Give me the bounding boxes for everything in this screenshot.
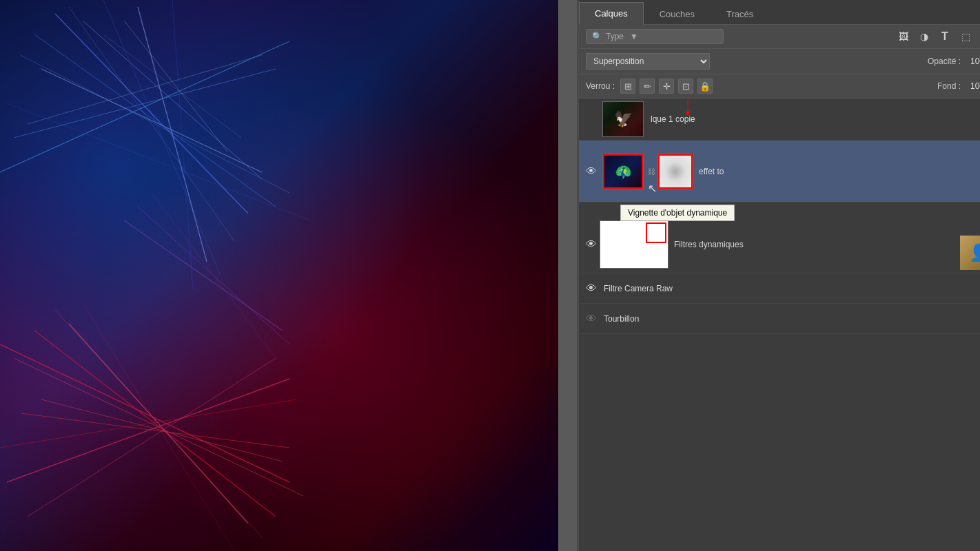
layer-name-tourbillon: Tourbillon bbox=[604, 314, 639, 324]
opacity-value[interactable]: 100 % bbox=[966, 56, 980, 66]
layer-item-tourbillon[interactable]: 👁 Tourbillon bbox=[579, 304, 980, 334]
layer-thumb-fd bbox=[600, 220, 668, 269]
svg-line-2 bbox=[41, 69, 262, 172]
canvas-image bbox=[0, 0, 558, 551]
layer-item-fd[interactable]: 👁 Filtres dynamiques bbox=[579, 216, 980, 273]
lock-icons-group: ⊞ ✏ ✛ ⊡ 🔒 bbox=[620, 79, 713, 94]
lock-pixels-icon[interactable]: ⊞ bbox=[620, 79, 635, 94]
shape-filter-icon[interactable]: ⬚ bbox=[958, 29, 973, 44]
lock-label: Verrou : bbox=[586, 81, 615, 91]
eye-icon-smart[interactable]: 👁 bbox=[583, 163, 600, 180]
svg-line-8 bbox=[138, 7, 207, 262]
svg-line-19 bbox=[69, 324, 248, 523]
layer-item-smart[interactable]: 👁 ⛓ effet to Vignette d'objet bbox=[579, 141, 980, 202]
chevron-down-icon: ▼ bbox=[630, 32, 638, 41]
adjustment-filter-icon[interactable]: ◑ bbox=[917, 29, 932, 44]
lock-artboard-icon[interactable]: ⊡ bbox=[678, 79, 693, 94]
tab-couches[interactable]: Couches bbox=[644, 3, 711, 25]
filter-toolbar: 🔍 Type ▼ 🖼 ◑ T ⬚ 📷 bbox=[579, 25, 980, 49]
layers-panel: Calques Couches Tracés 🔍 Type ▼ 🖼 ◑ T ⬚ … bbox=[579, 0, 980, 551]
eye-icon-fcr[interactable]: 👁 bbox=[583, 280, 600, 297]
svg-line-15 bbox=[0, 344, 289, 482]
neon-lines bbox=[0, 0, 558, 551]
webcam-preview bbox=[960, 236, 980, 270]
tabs-bar: Calques Couches Tracés bbox=[579, 0, 980, 25]
tooltip-spacer bbox=[579, 202, 980, 216]
svg-line-28 bbox=[124, 220, 283, 331]
lock-image-icon[interactable]: ✏ bbox=[640, 79, 655, 94]
filter-icons: 🖼 ◑ T ⬚ 📷 bbox=[896, 29, 980, 44]
svg-line-24 bbox=[7, 379, 289, 482]
svg-line-12 bbox=[0, 41, 289, 172]
layer-name-fcr: Filtre Camera Raw bbox=[604, 284, 673, 293]
svg-line-13 bbox=[103, 34, 241, 138]
tab-calques[interactable]: Calques bbox=[579, 2, 644, 25]
chain-icon: ⛓ bbox=[648, 167, 655, 176]
canvas-area bbox=[0, 0, 558, 551]
svg-line-5 bbox=[69, 7, 234, 241]
layer-name-fd: Filtres dynamiques bbox=[674, 240, 980, 249]
tab-traces[interactable]: Tracés bbox=[711, 3, 769, 25]
svg-line-27 bbox=[152, 193, 276, 358]
canvas-scrollbar[interactable] bbox=[558, 0, 579, 551]
layer-thumb-blue-bird bbox=[602, 154, 644, 189]
blend-row: Superposition ▼ Opacité : 100 % bbox=[579, 49, 980, 74]
layer-thumb-bird bbox=[602, 101, 644, 137]
layer-name-smart: effet to bbox=[699, 167, 980, 176]
blend-mode-select[interactable]: Superposition bbox=[586, 53, 710, 70]
layer-name-copy: lque 1 copie bbox=[651, 114, 980, 124]
svg-line-23 bbox=[0, 399, 296, 448]
layer-mask-thumb bbox=[657, 154, 693, 189]
lock-position-icon[interactable]: ✛ bbox=[659, 79, 674, 94]
image-filter-icon[interactable]: 🖼 bbox=[896, 29, 911, 44]
eye-icon-tourbillon[interactable]: 👁 bbox=[583, 311, 600, 327]
fond-label: Fond : bbox=[937, 81, 961, 91]
layer-item-fcr[interactable]: 👁 Filtre Camera Raw bbox=[579, 273, 980, 304]
eye-icon-fd[interactable]: 👁 bbox=[583, 236, 600, 253]
search-box[interactable]: 🔍 Type ▼ bbox=[586, 29, 724, 44]
lock-all-icon[interactable]: 🔒 bbox=[697, 79, 713, 94]
search-type-label: Type bbox=[606, 32, 624, 41]
search-icon: 🔍 bbox=[592, 32, 602, 41]
layers-list: lque 1 copie 👁 ⛓ effet to bbox=[579, 98, 980, 551]
opacity-label: Opacité : bbox=[928, 56, 961, 66]
svg-line-10 bbox=[14, 69, 276, 138]
svg-line-7 bbox=[103, 0, 221, 276]
lock-row: Verrou : ⊞ ✏ ✛ ⊡ 🔒 Fond : 100 % bbox=[579, 74, 980, 98]
text-filter-icon[interactable]: T bbox=[937, 29, 952, 44]
layer-item-copy[interactable]: lque 1 copie bbox=[579, 98, 980, 141]
fond-value[interactable]: 100 % bbox=[966, 81, 980, 91]
